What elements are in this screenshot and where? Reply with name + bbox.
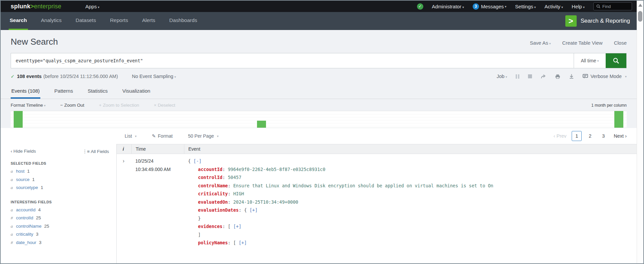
scrollbar-thumb[interactable] (638, 11, 642, 22)
search-reporting-app-icon[interactable]: > (565, 15, 577, 27)
field-type-icon: # (11, 214, 16, 222)
json-expand-toggle[interactable]: [-] (193, 158, 201, 164)
json-key: evaluatedOn (198, 199, 228, 205)
pencil-icon: ✎ (152, 133, 156, 139)
save-as-button[interactable]: Save As▾ (530, 40, 551, 46)
json-plain: : (228, 191, 233, 196)
messages-menu[interactable]: 3Messages▾ (473, 3, 506, 10)
caret-down-icon: ▾ (98, 5, 99, 9)
find-input[interactable]: Find (593, 2, 632, 10)
caret-down-icon: ▾ (505, 5, 506, 8)
page-numbers: 123 (572, 131, 608, 141)
search-button[interactable] (606, 53, 626, 68)
close-button[interactable]: Close (614, 40, 627, 46)
field-item-source[interactable]: asource1 (11, 176, 109, 184)
json-value: 9964e9f0-2262-4eb5-8f87-e0325c8931c0 (228, 167, 325, 172)
field-item-date_hour[interactable]: #date_hour3 (11, 239, 109, 247)
search-query-input[interactable]: eventtype="qualys_cspm_azure_postureInfo… (11, 53, 574, 68)
event-count-detail: (before 10/25/24 11:12:56.000 AM) (43, 74, 118, 79)
field-item-criticality[interactable]: acriticality3 (11, 230, 109, 239)
format-results-button[interactable]: ✎Format (152, 133, 173, 139)
time-range-picker[interactable]: All time▾ (574, 53, 606, 68)
event-count[interactable]: 108 events (17, 74, 42, 79)
page-button-3[interactable]: 3 (598, 131, 608, 141)
field-item-host[interactable]: ahost1 (11, 167, 109, 176)
search-mode-menu[interactable]: Verbose Mode▾ (583, 74, 627, 79)
vertical-scrollbar[interactable] (637, 1, 643, 263)
result-tab-patterns[interactable]: Patterns (54, 84, 74, 99)
page-button-1[interactable]: 1 (572, 131, 582, 141)
create-table-view-button[interactable]: Create Table View (562, 40, 602, 46)
json-expand-toggle[interactable]: [+] (239, 240, 247, 245)
field-item-accountId[interactable]: aaccountId4 (11, 206, 109, 214)
scroll-up-arrow-icon[interactable] (638, 4, 642, 7)
json-line: evidences: [ [+] (188, 222, 637, 231)
nav-tab-alerts[interactable]: Alerts (141, 12, 156, 30)
expand-event-chevron-icon[interactable]: › (117, 157, 131, 247)
selected-fields-list: ahost1asource1asourcetype1 (11, 167, 109, 192)
field-count: 1 (41, 184, 43, 192)
deselect-button[interactable]: ×Deselect (154, 103, 175, 108)
nav-tab-datasets[interactable]: Datasets (75, 12, 97, 30)
json-expand-toggle[interactable]: [+] (249, 207, 257, 213)
field-count: 3 (39, 239, 42, 247)
chevron-left-icon: ‹ (11, 149, 12, 154)
share-button[interactable] (541, 74, 546, 79)
event-json: { [-]accountId: 9964e9f0-2262-4eb5-8f87-… (184, 157, 637, 247)
nav-tab-search[interactable]: Search (9, 12, 28, 30)
field-name: sourcetype (16, 184, 38, 192)
json-expand-toggle[interactable]: [+] (233, 224, 241, 229)
field-name: criticality (16, 230, 33, 239)
stop-button[interactable] (528, 74, 532, 78)
caret-down-icon: ▾ (549, 42, 551, 45)
splunk-window: splunk>enterprise Apps▾ ✓ Administrator▾… (0, 0, 644, 264)
help-menu[interactable]: Help▾ (572, 4, 585, 9)
next-page-button[interactable]: Next › (614, 133, 627, 139)
print-button[interactable] (555, 74, 560, 79)
json-line: ] (188, 231, 637, 239)
json-value: HIGH (233, 191, 244, 196)
format-timeline-menu[interactable]: Format Timeline▾ (11, 103, 46, 108)
job-menu[interactable]: Job▾ (497, 74, 507, 79)
pause-button[interactable] (516, 74, 519, 79)
result-tab-events[interactable]: Events (108) (11, 84, 40, 99)
nav-tab-reports[interactable]: Reports (109, 12, 129, 30)
settings-menu[interactable]: Settings▾ (515, 4, 536, 9)
timeline-bar-3[interactable] (614, 111, 623, 128)
page-button-2[interactable]: 2 (585, 131, 595, 141)
field-item-controlName[interactable]: acontrolName25 (11, 222, 109, 231)
hide-fields-button[interactable]: ‹ Hide Fields (11, 149, 36, 154)
field-item-sourcetype[interactable]: asourcetype1 (11, 184, 109, 192)
top-bar: splunk>enterprise Apps▾ ✓ Administrator▾… (1, 1, 637, 12)
nav-tab-analytics[interactable]: Analytics (40, 12, 63, 30)
chevron-right-icon: › (625, 133, 627, 139)
zoom-out-button[interactable]: −Zoom Out (60, 103, 84, 108)
timeline-bar-1[interactable] (14, 111, 23, 128)
json-line: evaluationDates: { [+] (188, 206, 637, 214)
list-view-menu[interactable]: List▾ (125, 133, 137, 139)
field-item-controlId[interactable]: #controlId25 (11, 214, 109, 222)
all-fields-button[interactable]: ⋮≡ All Fields (83, 149, 109, 154)
events-table-header: i Time Event (117, 144, 637, 154)
health-check-icon[interactable]: ✓ (417, 3, 423, 10)
caret-down-icon: ▾ (44, 104, 46, 107)
event-sampling-menu[interactable]: No Event Sampling▾ (132, 74, 176, 79)
export-button[interactable] (569, 74, 574, 79)
timeline-bar-2[interactable] (257, 121, 266, 128)
user-menu[interactable]: Administrator▾ (432, 4, 464, 9)
caret-down-icon: ▾ (462, 5, 464, 9)
caret-down-icon: ▾ (597, 59, 599, 63)
page-title: New Search (11, 37, 58, 47)
apps-menu[interactable]: Apps▾ (85, 4, 99, 9)
fields-sidebar: ‹ Hide Fields ⋮≡ All Fields SELECTED FIE… (1, 144, 116, 263)
per-page-menu[interactable]: 50 Per Page▾ (188, 133, 219, 139)
prev-page-button[interactable]: ‹ Prev (554, 133, 567, 139)
nav-tab-dashboards[interactable]: Dashboards (168, 12, 198, 30)
result-tab-statistics[interactable]: Statistics (87, 84, 108, 99)
field-type-icon: a (11, 206, 16, 214)
zoom-to-selection-button[interactable]: +Zoom to Selection (99, 103, 139, 108)
activity-menu[interactable]: Activity▾ (545, 4, 563, 9)
splunk-logo[interactable]: splunk>enterprise (11, 3, 61, 10)
result-tab-visualization[interactable]: Visualization (122, 84, 151, 99)
timeline-chart[interactable] (11, 111, 627, 128)
